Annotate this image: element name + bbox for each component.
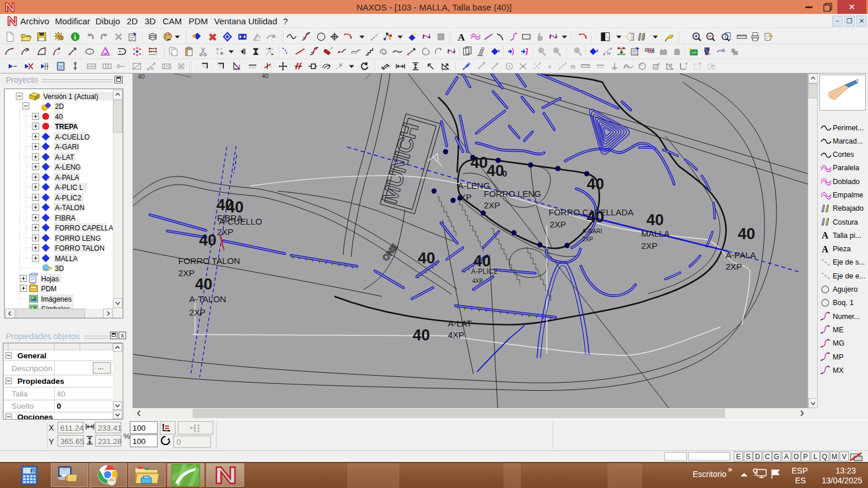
svg-text:N: N xyxy=(607,51,610,56)
svg-text:A-TALON: A-TALON xyxy=(189,294,226,304)
svg-text:PDM: PDM xyxy=(41,285,57,293)
svg-text:?: ? xyxy=(768,33,773,42)
svg-text:FIBRA: FIBRA xyxy=(55,214,75,222)
svg-text:2XP: 2XP xyxy=(484,200,500,210)
svg-text:FORRO CAPELLA: FORRO CAPELLA xyxy=(55,224,113,232)
svg-text:A-PALA: A-PALA xyxy=(726,250,756,260)
svg-text:Pieza: Pieza xyxy=(833,245,851,253)
svg-text:TREPA: TREPA xyxy=(55,123,78,131)
svg-text:Y: Y xyxy=(49,437,54,446)
svg-text:Rebajado: Rebajado xyxy=(833,204,864,212)
svg-text:40: 40 xyxy=(646,211,664,229)
svg-text:40: 40 xyxy=(413,326,430,344)
svg-text:Doblado: Doblado xyxy=(833,178,860,186)
svg-text:2XP: 2XP xyxy=(726,262,742,271)
svg-text:40: 40 xyxy=(57,390,65,398)
svg-text:2D: 2D xyxy=(55,102,64,111)
svg-text:Imágenes: Imágenes xyxy=(41,295,72,303)
svg-text:A-GARI: A-GARI xyxy=(55,143,79,151)
svg-text:40: 40 xyxy=(199,232,216,249)
svg-text:40: 40 xyxy=(738,225,755,243)
svg-text:365.65: 365.65 xyxy=(60,437,84,446)
svg-text:m: m xyxy=(571,64,575,70)
svg-text:A-PLIC2: A-PLIC2 xyxy=(55,194,82,202)
svg-text:Agujero: Agujero xyxy=(833,285,858,293)
svg-text:40: 40 xyxy=(487,162,504,179)
svg-text:A-LAT: A-LAT xyxy=(448,318,472,328)
svg-text:4XP: 4XP xyxy=(448,330,464,340)
svg-text:8: 8 xyxy=(32,469,34,473)
svg-text:Marcad...: Marcad... xyxy=(833,137,863,145)
svg-text:A-CUELLO: A-CUELLO xyxy=(219,217,262,226)
svg-text:40: 40 xyxy=(470,154,488,171)
svg-text:MP: MP xyxy=(833,353,844,361)
svg-text:Hojas: Hojas xyxy=(41,275,59,283)
svg-text:2XP: 2XP xyxy=(189,307,205,317)
svg-text:A-LENG: A-LENG xyxy=(55,163,81,171)
svg-text:FORRO TALON: FORRO TALON xyxy=(55,244,105,252)
svg-text:Empalme: Empalme xyxy=(833,191,863,199)
svg-text:40: 40 xyxy=(262,74,269,79)
svg-text:A-LAT: A-LAT xyxy=(55,153,75,162)
svg-text:MX: MX xyxy=(833,366,844,375)
svg-text:N: N xyxy=(150,66,154,71)
svg-text:Perimet...: Perimet... xyxy=(833,124,864,132)
svg-text:A: A xyxy=(822,230,829,240)
svg-text:FORRO LENG: FORRO LENG xyxy=(55,234,101,243)
svg-text:2XP: 2XP xyxy=(550,219,566,229)
svg-text:A: A xyxy=(458,32,465,43)
svg-text:XP: XP xyxy=(460,192,472,202)
svg-text:...: ... xyxy=(98,363,104,371)
svg-text:Talla pi...: Talla pi... xyxy=(833,232,861,240)
svg-text:40: 40 xyxy=(587,175,604,193)
svg-text:Eje de e...: Eje de e... xyxy=(833,272,865,280)
svg-text:Descripción: Descripción xyxy=(12,364,53,373)
svg-text:2XP: 2XP xyxy=(217,227,233,237)
svg-text:Cortes: Cortes xyxy=(833,151,854,159)
svg-text:611.24: 611.24 xyxy=(60,424,84,432)
svg-text:Eje de s...: Eje de s... xyxy=(833,258,865,266)
svg-text:General: General xyxy=(17,351,46,360)
svg-text:A: A xyxy=(822,244,829,254)
svg-text:Paralela: Paralela xyxy=(833,164,859,172)
svg-text:0: 0 xyxy=(176,438,181,446)
svg-text:Boq. 1: Boq. 1 xyxy=(833,299,854,307)
svg-text:Opciones: Opciones xyxy=(17,413,53,419)
svg-text:Talla: Talla xyxy=(12,390,28,398)
svg-text:Numer...: Numer... xyxy=(833,313,860,321)
svg-text:X: X xyxy=(49,423,54,432)
svg-text:MALLA: MALLA xyxy=(55,255,78,263)
svg-text:A-PLIC L: A-PLIC L xyxy=(55,184,83,192)
svg-text:4XP: 4XP xyxy=(472,278,483,284)
svg-text:Suelto: Suelto xyxy=(12,402,34,410)
svg-text:A-PLIC2: A-PLIC2 xyxy=(471,267,498,276)
svg-text:ME: ME xyxy=(833,326,844,334)
svg-text:MG: MG xyxy=(833,339,844,347)
svg-text:40: 40 xyxy=(195,276,212,293)
svg-text:FORRO LENG: FORRO LENG xyxy=(484,189,541,199)
svg-text:A-GARI: A-GARI xyxy=(582,228,602,234)
svg-text:0: 0 xyxy=(502,168,507,178)
svg-text:231.28: 231.28 xyxy=(98,437,122,446)
svg-text:Propiedades: Propiedades xyxy=(17,377,64,386)
svg-text:FORRO CAPELLADA: FORRO CAPELLADA xyxy=(549,207,634,217)
svg-text:A-PALA: A-PALA xyxy=(55,174,79,182)
svg-text:233.41: 233.41 xyxy=(98,424,122,432)
svg-text:40: 40 xyxy=(418,249,435,267)
svg-text:FORRO TALON: FORRO TALON xyxy=(178,256,240,266)
svg-text:Costura: Costura xyxy=(833,218,858,226)
svg-text:100: 100 xyxy=(133,424,146,432)
svg-text:%: % xyxy=(123,432,130,441)
svg-text:0: 0 xyxy=(57,402,61,410)
svg-text:A-TALON: A-TALON xyxy=(55,204,84,212)
svg-text:2XP: 2XP xyxy=(582,236,593,243)
svg-text:3D: 3D xyxy=(55,265,64,273)
svg-text:MALLA: MALLA xyxy=(641,229,670,239)
svg-text:2XP: 2XP xyxy=(641,241,657,251)
svg-text:100: 100 xyxy=(133,437,146,446)
svg-text:40: 40 xyxy=(55,113,63,121)
svg-text:Versión 1 (Actual): Versión 1 (Actual) xyxy=(43,93,98,101)
svg-text:40: 40 xyxy=(138,74,145,80)
svg-text:2XP: 2XP xyxy=(178,268,194,278)
svg-text:A-CUELLO: A-CUELLO xyxy=(55,133,90,141)
